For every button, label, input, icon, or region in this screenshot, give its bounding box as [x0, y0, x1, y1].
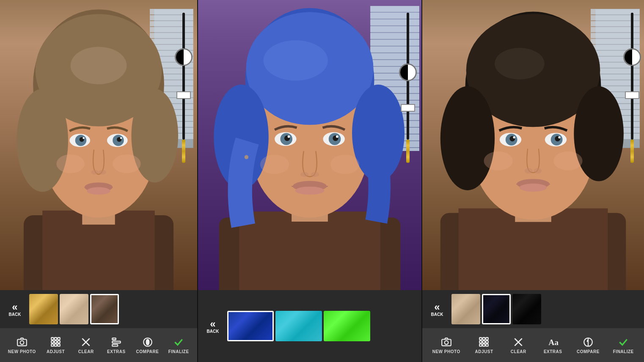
svg-point-40 [300, 172, 308, 177]
svg-rect-75 [51, 340, 53, 343]
svg-rect-97 [483, 344, 485, 346]
svg-point-44 [260, 155, 289, 174]
finalize-btn-right[interactable]: FINALIZE [613, 337, 634, 354]
extras-btn-right[interactable]: Aa EXTRAS [542, 337, 564, 354]
swatch-right-2[interactable] [482, 294, 511, 324]
slider-left[interactable] [173, 13, 194, 163]
svg-point-54 [574, 86, 624, 181]
compare-btn-right[interactable]: COMPARE [577, 337, 600, 354]
svg-point-62 [513, 136, 515, 138]
back-label-left: BACK [9, 312, 21, 317]
svg-text:Aa: Aa [548, 337, 559, 346]
adjust-btn-left[interactable]: ADJUST [45, 337, 66, 354]
swatch-middle-3[interactable] [324, 311, 370, 341]
clear-label-right: CLEAR [511, 349, 526, 354]
svg-point-55 [495, 48, 545, 80]
slider-middle[interactable] [398, 13, 418, 163]
new-photo-btn-left[interactable]: NEW PHOTO [8, 337, 36, 354]
extras-btn-left[interactable]: Aa EXTRAS [106, 337, 127, 354]
svg-rect-74 [58, 337, 60, 340]
svg-rect-93 [479, 340, 482, 343]
svg-point-31 [263, 40, 328, 80]
finalize-btn-left[interactable]: FINALIZE [168, 337, 189, 354]
svg-text:Aa: Aa [113, 337, 116, 340]
finalize-label-right: FINALIZE [613, 349, 634, 354]
svg-point-18 [99, 170, 106, 175]
svg-point-41 [311, 172, 319, 177]
swatch-left-3[interactable] [90, 294, 119, 324]
extras-label-left: EXTRAS [107, 349, 126, 354]
svg-point-15 [83, 137, 84, 139]
svg-rect-76 [54, 340, 56, 343]
bottom-panel-left: « BACK NEW PHOTO [0, 290, 198, 362]
swatch-left-2[interactable] [60, 294, 88, 324]
svg-point-65 [534, 168, 542, 174]
svg-rect-25 [239, 211, 380, 290]
finalize-label-left: FINALIZE [168, 349, 189, 354]
svg-point-38 [288, 135, 290, 138]
svg-point-69 [553, 151, 582, 170]
svg-point-16 [120, 137, 122, 139]
photo-panel-left [0, 0, 198, 290]
svg-point-89 [444, 340, 448, 344]
svg-rect-92 [486, 337, 488, 340]
photo-middle [198, 0, 421, 290]
svg-point-6 [17, 89, 68, 192]
adjust-btn-right[interactable]: ADJUST [473, 337, 495, 354]
svg-point-45 [330, 155, 360, 174]
swatch-middle-2[interactable] [275, 311, 322, 341]
clear-btn-right[interactable]: CLEAR [508, 337, 529, 354]
new-photo-label-left: NEW PHOTO [8, 349, 36, 354]
new-photo-label-right: NEW PHOTO [432, 349, 460, 354]
swatch-middle-1[interactable] [227, 311, 274, 341]
svg-rect-91 [483, 337, 485, 340]
back-btn-left[interactable]: « BACK [2, 292, 28, 326]
swatch-left-1[interactable] [29, 294, 58, 324]
back-label-right: BACK [431, 312, 443, 317]
back-btn-middle[interactable]: « BACK [200, 309, 226, 343]
compare-btn-left[interactable]: COMPARE [136, 337, 159, 354]
action-toolbar-left: NEW PHOTO ADJUST [0, 328, 197, 362]
adjust-label-left: ADJUST [47, 349, 65, 354]
svg-point-20 [87, 187, 110, 195]
svg-rect-98 [486, 344, 488, 346]
svg-point-53 [440, 86, 495, 190]
svg-point-43 [295, 186, 325, 195]
photo-panel-middle [198, 0, 422, 290]
svg-point-67 [520, 184, 547, 192]
svg-point-68 [484, 151, 512, 170]
bottom-panel-middle: « BACK [198, 290, 422, 362]
back-label-middle: BACK [207, 329, 219, 334]
svg-rect-79 [54, 344, 56, 346]
slider-right[interactable] [622, 13, 642, 163]
photo-left [0, 0, 197, 290]
svg-point-8 [71, 47, 127, 85]
new-photo-btn-right[interactable]: NEW PHOTO [432, 337, 460, 354]
svg-rect-95 [486, 340, 488, 343]
bottom-area: « BACK NEW PHOTO [0, 290, 644, 362]
swatch-right-3[interactable] [512, 294, 541, 324]
photo-panel-right [422, 0, 644, 290]
swatches-row-left: « BACK [0, 290, 197, 328]
swatches-row-middle: « BACK [198, 290, 421, 362]
svg-rect-94 [483, 340, 485, 343]
svg-rect-85 [112, 344, 118, 346]
action-toolbar-right: NEW PHOTO ADJUST [422, 328, 644, 362]
photo-right [422, 0, 644, 290]
svg-point-64 [525, 168, 533, 174]
clear-btn-left[interactable]: CLEAR [75, 337, 96, 354]
svg-rect-80 [58, 344, 60, 346]
swatch-right-1[interactable] [451, 294, 480, 324]
back-btn-right[interactable]: « BACK [424, 292, 450, 326]
svg-rect-72 [51, 337, 53, 340]
svg-point-22 [113, 154, 140, 173]
svg-point-63 [558, 136, 560, 138]
svg-rect-77 [58, 340, 60, 343]
svg-rect-90 [479, 337, 482, 340]
svg-point-21 [56, 154, 84, 173]
photos-area [0, 0, 644, 290]
bottom-panel-right: « BACK NEW PHOTO [422, 290, 644, 362]
svg-point-46 [245, 155, 249, 159]
svg-point-17 [91, 170, 99, 175]
adjust-label-right: ADJUST [475, 349, 493, 354]
